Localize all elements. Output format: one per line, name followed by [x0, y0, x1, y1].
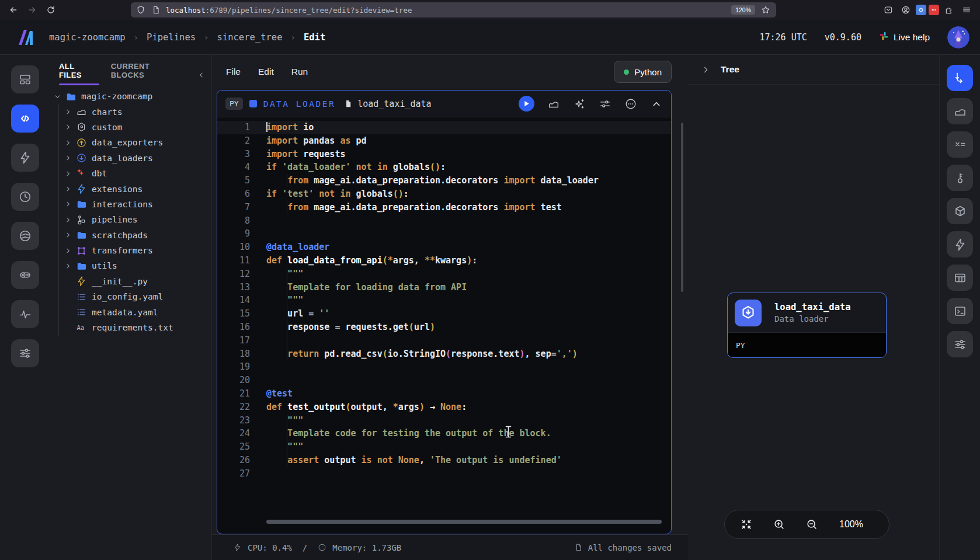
code-line-18[interactable]: 18 return pd.read_csv(io.StringIO(respon…	[217, 347, 671, 361]
menu-file[interactable]: File	[226, 67, 241, 77]
fit-to-screen-icon[interactable]	[740, 518, 753, 531]
code-line-6[interactable]: 6if 'test' not in globals():	[217, 187, 671, 201]
file-tree-item-dbt[interactable]: dbt	[50, 166, 211, 181]
code-block-load-taxi-data[interactable]: PY DATA LOADER load_taxi_data 1import io…	[217, 90, 672, 534]
language-selector-button[interactable]: Python	[614, 61, 672, 83]
variables-nav-button[interactable]	[947, 131, 973, 158]
mage-logo-icon[interactable]	[18, 30, 35, 45]
puzzle-icon[interactable]	[941, 2, 957, 18]
code-line-4[interactable]: 4if 'data_loader' not in globals():	[217, 161, 671, 174]
code-line-17[interactable]: 17	[217, 334, 671, 347]
pocket-icon[interactable]	[881, 2, 896, 18]
breadcrumb-magic-zoomcamp[interactable]: magic-zoomcamp	[49, 32, 126, 43]
breadcrumb-Pipelines[interactable]: Pipelines	[147, 32, 196, 43]
lightning-nav-button[interactable]	[11, 144, 39, 172]
file-tree-item-transformers[interactable]: transformers	[50, 243, 211, 258]
code-line-24[interactable]: 24 Template code for testing the output …	[217, 427, 671, 440]
code-nav-button[interactable]	[11, 105, 39, 133]
code-editor[interactable]: 1import io2import pandas as pd3import re…	[217, 117, 671, 481]
sliders-nav-button[interactable]	[11, 339, 39, 367]
code-line-3[interactable]: 3import requests	[217, 148, 671, 161]
file-tree-item-custom[interactable]: custom	[50, 120, 211, 135]
chevron-right-icon[interactable]	[64, 230, 74, 240]
shield-icon[interactable]	[135, 5, 146, 15]
menu-edit[interactable]: Edit	[258, 67, 274, 77]
chevron-right-icon[interactable]	[64, 107, 74, 117]
cube-nav-button[interactable]	[947, 198, 973, 224]
breadcrumb-Edit[interactable]: Edit	[304, 32, 325, 43]
extension-red-icon[interactable]	[929, 5, 939, 15]
zoom-in-icon[interactable]	[773, 518, 786, 531]
code-line-11[interactable]: 11def load_data_from_api(*args, **kwargs…	[217, 254, 671, 267]
block-settings-sliders-icon[interactable]	[599, 98, 611, 110]
terminal-nav-button[interactable]	[947, 298, 973, 324]
code-line-23[interactable]: 23 """	[217, 414, 671, 427]
table-nav-button[interactable]	[947, 265, 973, 291]
chevron-down-icon[interactable]	[53, 92, 63, 102]
block-file-name[interactable]: load_taxi_data	[344, 99, 431, 109]
code-line-14[interactable]: 14 """	[217, 294, 671, 307]
file-tree-item-extensions[interactable]: extensions	[50, 181, 211, 196]
file-tree-item-scratchpads[interactable]: scratchpads	[50, 228, 211, 243]
code-line-12[interactable]: 12 """	[217, 267, 671, 281]
code-line-7[interactable]: 7 from mage_ai.data_preparation.decorato…	[217, 201, 671, 214]
file-tree-item-data_exporters[interactable]: data_exporters	[50, 135, 211, 150]
browser-back-icon[interactable]	[6, 2, 21, 18]
collapse-block-chevron-icon[interactable]	[650, 98, 663, 110]
breadcrumb-sincere_tree[interactable]: sincere_tree	[217, 32, 283, 43]
vertical-scrollbar[interactable]	[681, 123, 683, 292]
code-line-5[interactable]: 5 from mage_ai.data_preparation.decorato…	[217, 174, 671, 187]
account-icon[interactable]	[898, 2, 913, 18]
file-tree-item-metadata.yaml[interactable]: metadata.yaml	[50, 304, 211, 319]
lightning-nav-button[interactable]	[947, 231, 973, 258]
key-nav-button[interactable]	[947, 165, 973, 191]
tree-collapse-chevron-icon[interactable]	[701, 65, 711, 75]
tab-all-files[interactable]: ALL FILES	[59, 62, 99, 79]
chevron-right-icon[interactable]	[64, 199, 74, 209]
chevron-right-icon[interactable]	[64, 246, 74, 256]
browser-zoom-badge[interactable]: 120%	[731, 5, 755, 15]
code-line-1[interactable]: 1import io	[217, 121, 671, 134]
url-text[interactable]: localhost:6789/pipelines/sincere_tree/ed…	[166, 6, 727, 15]
menu-icon[interactable]	[959, 2, 974, 18]
code-line-9[interactable]: 9	[217, 227, 671, 241]
file-tree-item-__init__.py[interactable]: __init__.py	[50, 274, 211, 289]
globe-nav-button[interactable]	[11, 222, 39, 250]
code-line-25[interactable]: 25 """	[217, 440, 671, 454]
chart-icon[interactable]	[547, 98, 560, 110]
pulse-nav-button[interactable]	[11, 300, 39, 328]
sparkles-icon[interactable]	[573, 98, 586, 110]
code-line-15[interactable]: 15 url = ''	[217, 307, 671, 321]
code-line-20[interactable]: 20	[217, 374, 671, 387]
dashboard-nav-button[interactable]	[11, 65, 39, 93]
zoom-out-icon[interactable]	[805, 518, 818, 531]
code-line-21[interactable]: 21@test	[217, 387, 671, 401]
collapse-file-panel-icon[interactable]	[197, 71, 206, 79]
page-info-icon[interactable]	[151, 5, 161, 15]
file-tree-item-requirements.txt[interactable]: Aarequirements.txt	[50, 320, 211, 335]
file-tree-item-utils[interactable]: utils	[50, 258, 211, 273]
logs-nav-button[interactable]	[11, 261, 39, 289]
chevron-right-icon[interactable]	[64, 138, 74, 148]
code-line-8[interactable]: 8	[217, 214, 671, 228]
code-line-26[interactable]: 26 assert output is not None, 'The outpu…	[217, 454, 671, 467]
chevron-right-icon[interactable]	[64, 169, 74, 179]
browser-url-bar[interactable]: localhost:6789/pipelines/sincere_tree/ed…	[131, 2, 776, 18]
file-tree-item-charts[interactable]: charts	[50, 104, 211, 119]
code-line-16[interactable]: 16 response = requests.get(url)	[217, 321, 671, 334]
file-tree-item-io_config.yaml[interactable]: io_config.yaml	[50, 289, 211, 304]
code-line-10[interactable]: 10@data_loader	[217, 241, 671, 254]
chevron-right-icon[interactable]	[64, 153, 74, 163]
file-tree-item-data_loaders[interactable]: data_loaders	[50, 151, 211, 166]
sliders-nav-button[interactable]	[947, 331, 973, 357]
chevron-right-icon[interactable]	[64, 184, 74, 194]
code-line-13[interactable]: 13 Template for loading data from API	[217, 281, 671, 294]
chart-nav-button[interactable]	[947, 98, 973, 124]
horizontal-scrollbar[interactable]	[266, 520, 662, 524]
extension-blue-icon[interactable]	[916, 5, 926, 15]
browser-forward-icon[interactable]	[25, 2, 40, 18]
user-avatar[interactable]	[947, 26, 969, 48]
live-help-link[interactable]: Live help	[879, 31, 930, 43]
tree-node-load-taxi-data[interactable]: load_taxi_data Data loader PY	[727, 293, 887, 358]
chevron-right-icon[interactable]	[64, 122, 74, 132]
